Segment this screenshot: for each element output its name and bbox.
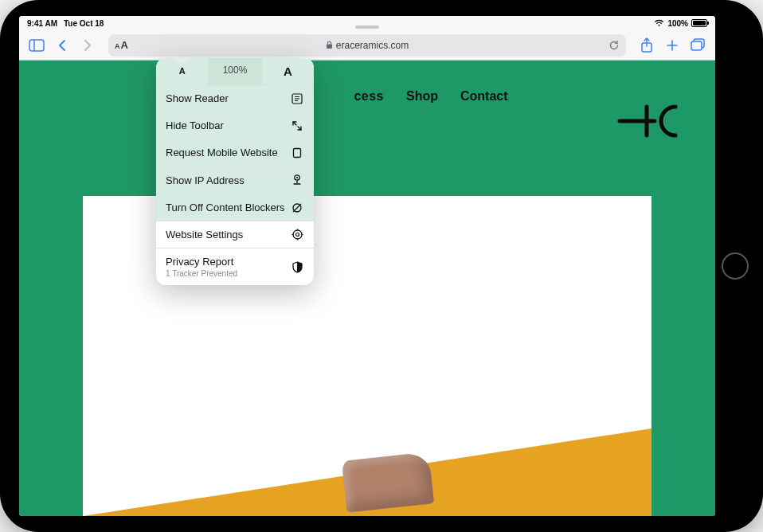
menu-hide-toolbar[interactable]: Hide Toolbar: [156, 112, 314, 139]
menu-request-mobile[interactable]: Request Mobile Website: [156, 139, 314, 166]
menu-show-reader[interactable]: Show Reader: [156, 85, 314, 112]
status-date: Tue Oct 18: [64, 19, 104, 28]
ipad-frame: 9:41 AM Tue Oct 18 100%: [0, 0, 763, 532]
menu-label: Privacy Report: [166, 256, 233, 268]
forward-button: [76, 34, 99, 57]
site-nav: cess Shop Contact: [19, 61, 715, 110]
tabs-button[interactable]: [687, 34, 709, 57]
hero-clay: [342, 452, 434, 512]
gear-icon: [290, 229, 304, 241]
menu-label: Show IP Address: [166, 174, 245, 186]
svg-rect-0: [29, 40, 44, 51]
menu-privacy-report[interactable]: Privacy Report 1 Tracker Prevented: [156, 248, 314, 285]
text-size-larger[interactable]: A: [262, 58, 314, 84]
webpage-content[interactable]: cess Shop Contact: [19, 61, 715, 516]
home-button[interactable]: [722, 252, 749, 280]
svg-point-14: [296, 177, 298, 178]
expand-icon: [290, 120, 304, 131]
privacy-detail: 1 Tracker Prevented: [166, 269, 237, 278]
battery-percent: 100%: [667, 19, 688, 28]
location-icon: [290, 174, 304, 186]
new-tab-button[interactable]: [661, 34, 683, 57]
svg-point-19: [293, 230, 302, 239]
address-bar[interactable]: AA eraceramics.com: [108, 34, 626, 57]
nav-item-contact[interactable]: Contact: [460, 89, 508, 104]
menu-label: Website Settings: [166, 229, 243, 241]
multitask-grabber[interactable]: [355, 25, 379, 29]
status-time: 9:41 AM: [27, 19, 57, 28]
menu-label: Show Reader: [166, 92, 229, 104]
svg-rect-2: [327, 45, 332, 49]
site-logo[interactable]: [616, 99, 683, 143]
text-size-row: A 100% A: [156, 58, 314, 85]
browser-toolbar: AA eraceramics.com: [19, 30, 715, 61]
svg-point-20: [295, 233, 299, 237]
lock-icon: [326, 41, 333, 49]
page-settings-aa-button[interactable]: AA: [115, 39, 128, 51]
menu-website-settings[interactable]: Website Settings: [156, 221, 314, 248]
menu-label: Request Mobile Website: [166, 147, 278, 158]
text-size-smaller[interactable]: A: [156, 58, 209, 84]
device-icon: [290, 147, 304, 158]
text-size-value[interactable]: 100%: [209, 58, 261, 84]
menu-show-ip[interactable]: Show IP Address: [156, 166, 314, 194]
shield-icon: [290, 261, 304, 273]
menu-label: Turn Off Content Blockers: [166, 201, 285, 213]
nav-item-shop[interactable]: Shop: [406, 89, 438, 104]
reload-button[interactable]: [608, 40, 620, 51]
menu-turn-off-blockers[interactable]: Turn Off Content Blockers: [156, 194, 314, 221]
nav-item-partial[interactable]: cess: [354, 89, 384, 104]
back-button[interactable]: [51, 34, 73, 57]
sidebar-button[interactable]: [25, 34, 48, 57]
battery-icon: [691, 19, 707, 27]
svg-rect-5: [691, 41, 702, 50]
screen: 9:41 AM Tue Oct 18 100%: [19, 16, 715, 516]
menu-label: Hide Toolbar: [166, 119, 224, 131]
blocker-off-icon: [290, 202, 304, 213]
url-text: eraceramics.com: [336, 40, 409, 51]
wifi-icon: [654, 19, 664, 27]
reader-icon: [290, 93, 304, 104]
svg-rect-12: [294, 148, 301, 157]
share-button[interactable]: [636, 34, 658, 57]
page-settings-popover: A 100% A Show Reader Hide Toolbar Reques…: [156, 58, 314, 285]
